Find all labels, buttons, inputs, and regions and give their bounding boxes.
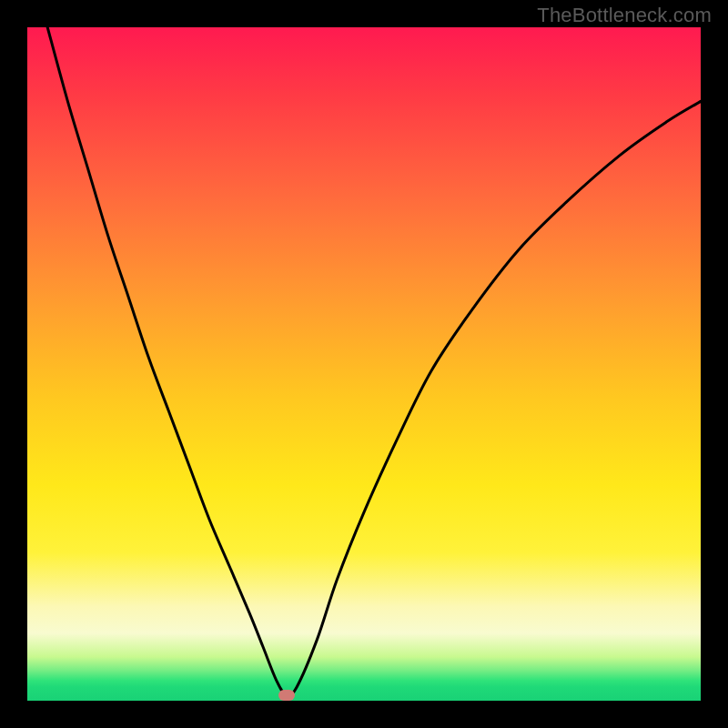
bottleneck-curve [27,27,701,701]
watermark-text: TheBottleneck.com [537,4,712,27]
curve-path [47,27,701,696]
plot-area [27,27,701,701]
chart-frame: TheBottleneck.com [0,0,728,728]
minimum-marker [278,690,295,701]
